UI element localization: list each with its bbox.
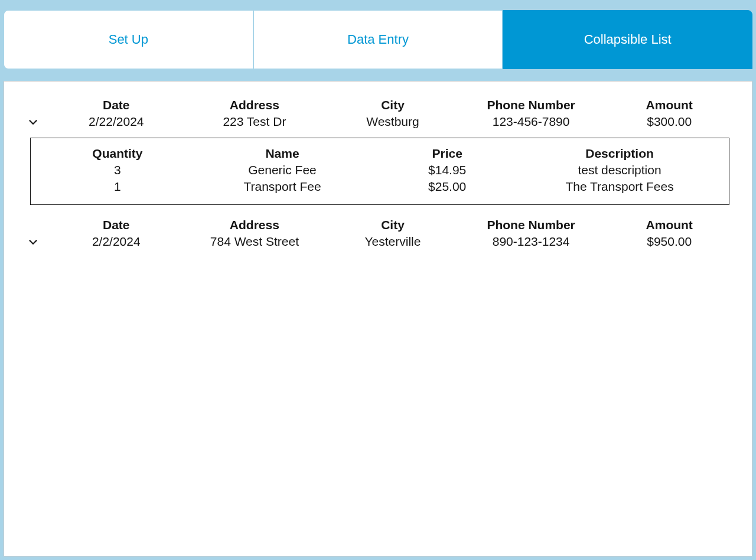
collapsible-list-panel: DateAddressCityPhone NumberAmount2/22/20… [4, 81, 752, 556]
amount-header: Amount [609, 218, 729, 232]
phone-header: Phone Number [453, 98, 610, 112]
detail-box: QuantityNamePriceDescription3Generic Fee… [30, 138, 729, 205]
date-header: Date [56, 218, 177, 232]
date-value: 2/22/2024 [56, 115, 177, 129]
name-header: Name [193, 146, 373, 161]
quantity-header: Quantity [43, 146, 193, 161]
amount-header: Amount [609, 98, 729, 112]
quantity-value: 3 [43, 163, 193, 177]
price-value: $25.00 [372, 180, 522, 194]
description-value: test description [522, 163, 717, 177]
expand-toggle[interactable] [27, 98, 56, 132]
price-header: Price [372, 146, 522, 161]
phone-header: Phone Number [453, 218, 610, 232]
city-value: Yesterville [333, 235, 453, 249]
address-header: Address [177, 218, 333, 232]
chevron-down-icon [27, 236, 40, 252]
amount-value: $300.00 [609, 115, 729, 129]
tab-collapsible-list[interactable]: Collapsible List [503, 10, 752, 69]
expand-toggle[interactable] [27, 218, 56, 252]
price-value: $14.95 [372, 163, 522, 177]
row-grid: DateAddressCityPhone NumberAmount2/2/202… [56, 218, 729, 249]
description-header: Description [522, 146, 717, 161]
chevron-down-icon [27, 116, 40, 132]
tab-setup[interactable]: Set Up [4, 10, 253, 69]
name-value: Generic Fee [193, 163, 373, 177]
address-value: 223 Test Dr [177, 115, 333, 129]
city-header: City [333, 218, 453, 232]
address-value: 784 West Street [177, 235, 333, 249]
city-value: Westburg [333, 115, 453, 129]
date-value: 2/2/2024 [56, 235, 177, 249]
tab-data-entry[interactable]: Data Entry [253, 10, 503, 69]
phone-value: 890-123-1234 [453, 235, 610, 249]
city-header: City [333, 98, 453, 112]
tab-bar: Set Up Data Entry Collapsible List [0, 10, 756, 69]
description-value: The Transport Fees [522, 180, 717, 194]
list-row: DateAddressCityPhone NumberAmount2/22/20… [27, 98, 729, 132]
quantity-value: 1 [43, 180, 193, 194]
date-header: Date [56, 98, 177, 112]
phone-value: 123-456-7890 [453, 115, 610, 129]
amount-value: $950.00 [609, 235, 729, 249]
list-row: DateAddressCityPhone NumberAmount2/2/202… [27, 218, 729, 252]
row-grid: DateAddressCityPhone NumberAmount2/22/20… [56, 98, 729, 129]
detail-grid: QuantityNamePriceDescription3Generic Fee… [43, 146, 717, 194]
address-header: Address [177, 98, 333, 112]
name-value: Transport Fee [193, 180, 373, 194]
